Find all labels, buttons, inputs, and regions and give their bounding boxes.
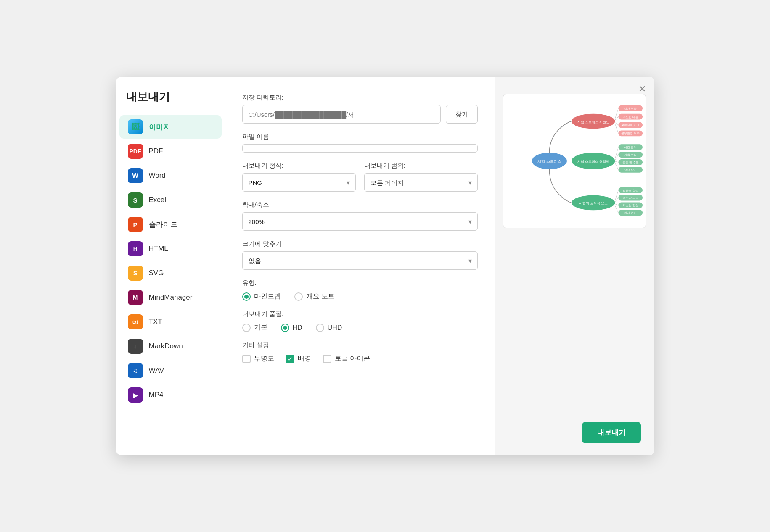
sidebar-item-mp4[interactable]: ▶ MP4 [119,383,222,407]
fit-select-wrapper: 없음 A4 A3 [242,251,478,270]
svg-text:계획 수립: 계획 수립 [624,153,637,157]
dialog-title: 내보내기 [116,90,225,114]
quality-hd-option[interactable]: HD [281,324,302,332]
sidebar: 내보내기 🖼 이미지 PDF PDF W Word S Excel P 슬라이드… [116,77,225,455]
other-transparent-label: 투명도 [254,354,274,363]
export-format-label: 내보내기 형식: [242,162,356,170]
export-button[interactable]: 내보내기 [582,422,641,443]
excel-icon: S [128,192,143,208]
svg-line-41 [615,204,618,205]
quality-uhd-radio[interactable] [316,324,324,332]
type-section: 유형: 마인드맵 개요 노트 [242,279,478,301]
sidebar-item-mindmanager[interactable]: M MindManager [119,286,222,309]
close-button[interactable]: ✕ [638,84,646,95]
export-format-select[interactable]: PNG JPG BMP TIFF GIF [242,173,356,192]
sidebar-item-excel[interactable]: S Excel [119,188,222,212]
svg-text:시험 스트레스의 원인: 시험 스트레스의 원인 [577,120,609,124]
other-checkbox-group: 투명도 ✓ 배경 토글 아이콘 [242,354,478,363]
export-format-select-wrapper: PNG JPG BMP TIFF GIF [242,173,356,192]
quality-basic-option[interactable]: 기본 [242,323,267,332]
quality-section: 내보내기 품질: 기본 HD UHD [242,310,478,332]
save-dir-input[interactable] [242,105,441,124]
html-icon: H [128,241,143,256]
svg-text:시간 관리: 시간 관리 [624,146,637,149]
preview-panel: 시험 스트레스 시험 스트레스 해결책 시험 스트레스의 원인 시험의 공적적 … [495,77,654,455]
other-section: 기타 설정: 투명도 ✓ 배경 토글 아이콘 [242,341,478,363]
svg-line-38 [615,198,618,202]
main-content: 저장 디렉토리: 찾기 파일 이름: 시험 스트레스 내보내기 형식: PNG … [225,77,495,455]
other-background-option[interactable]: ✓ 배경 [286,354,311,363]
sidebar-item-label-mp4: MP4 [149,391,164,399]
sidebar-item-label-html: HTML [149,245,168,253]
type-outline-option[interactable]: 개요 노트 [294,292,335,301]
svg-text:시험의 공적적 요소: 시험의 공적적 요소 [579,201,607,205]
other-background-checkbox[interactable]: ✓ [286,355,294,363]
sidebar-item-txt[interactable]: txt TXT [119,310,222,334]
svg-line-35 [615,190,618,201]
sidebar-item-pdf[interactable]: PDF PDF [119,140,222,163]
fit-section: 크기에 맞추기 없음 A4 A3 [242,240,478,270]
sidebar-item-html[interactable]: H HTML [119,237,222,261]
quality-uhd-label: UHD [328,324,342,332]
sidebar-item-markdown[interactable]: ↓ MarkDown [119,334,222,358]
browse-button[interactable]: 찾기 [446,105,478,124]
mp4-icon: ▶ [128,387,143,403]
scale-select[interactable]: 50% 100% 150% 200% 300% [242,212,478,231]
quality-uhd-option[interactable]: UHD [316,324,342,332]
svg-text:자신감 향상: 자신감 향상 [622,204,638,207]
sidebar-item-slide[interactable]: P 슬라이드 [119,213,222,236]
other-toggle-label: 토글 아이콘 [335,354,370,363]
sidebar-item-label-word: Word [149,171,166,180]
svg-text:불확실한 미래: 불확실한 미래 [621,124,640,127]
other-transparent-option[interactable]: 투명도 [242,354,274,363]
svg-text:상담 받기: 상담 받기 [624,169,637,172]
type-mindmap-label: 마인드맵 [254,292,281,301]
other-label: 기타 설정: [242,341,478,349]
other-toggle-checkbox[interactable] [323,355,331,363]
svg-line-44 [615,205,618,213]
type-mindmap-radio[interactable] [242,292,251,301]
sidebar-item-label-txt: TXT [149,318,162,326]
pdf-icon: PDF [128,144,143,159]
other-transparent-checkbox[interactable] [242,355,251,363]
word-icon: W [128,168,143,183]
mindmanager-icon: M [128,290,143,305]
export-range-select[interactable]: 모든 페이지 현재 페이지 선택 영역 [364,173,478,192]
svg-line-32 [615,163,618,170]
slide-icon: P [128,217,143,232]
quality-basic-label: 기본 [254,323,267,332]
svg-line-20 [615,124,618,134]
svg-text:과도한 내용: 과도한 내용 [622,116,638,119]
image-icon: 🖼 [128,119,143,134]
scale-label: 확대/축소 [242,201,478,209]
svg-text:미래 준비: 미래 준비 [624,211,637,214]
markdown-icon: ↓ [128,339,143,354]
quality-label: 내보내기 품질: [242,310,478,318]
scale-section: 확대/축소 50% 100% 150% 200% 300% [242,201,478,231]
sidebar-item-word[interactable]: W Word [119,164,222,187]
sidebar-item-wav[interactable]: ♫ WAV [119,359,222,382]
type-mindmap-option[interactable]: 마인드맵 [242,292,281,301]
export-dialog: ✕ 내보내기 🖼 이미지 PDF PDF W Word S Excel P 슬라… [116,77,654,455]
type-outline-radio[interactable] [294,292,303,301]
fit-select[interactable]: 없음 A4 A3 [242,251,478,270]
svg-text:시간 부족: 시간 부족 [624,107,637,111]
sidebar-item-image[interactable]: 🖼 이미지 [119,115,222,139]
preview-area: 시험 스트레스 시험 스트레스 해결책 시험 스트레스의 원인 시험의 공적적 … [503,94,646,228]
sidebar-item-label-image: 이미지 [149,122,170,132]
quality-basic-radio[interactable] [242,324,251,332]
svg-text:집중력 향상: 집중력 향상 [622,189,638,192]
svg-text:운동 및 수면: 운동 및 수면 [622,161,638,164]
filename-input[interactable]: 시험 스트레스 [242,144,478,153]
export-range-label: 내보내기 범위: [364,162,478,170]
quality-hd-radio[interactable] [281,324,289,332]
sidebar-item-svg[interactable]: S SVG [119,261,222,285]
filename-label: 파일 이름: [242,133,478,141]
export-range-section: 내보내기 범위: 모든 페이지 현재 페이지 선택 영역 [364,162,478,192]
preview-mindmap-svg: 시험 스트레스 시험 스트레스 해결책 시험 스트레스의 원인 시험의 공적적 … [503,96,646,226]
other-toggle-option[interactable]: 토글 아이콘 [323,354,370,363]
export-format-section: 내보내기 형식: PNG JPG BMP TIFF GIF [242,162,356,192]
export-btn-area: 내보내기 [582,422,641,443]
svg-text:성취감 느낌: 성취감 느낌 [622,196,638,200]
other-background-label: 배경 [298,354,311,363]
